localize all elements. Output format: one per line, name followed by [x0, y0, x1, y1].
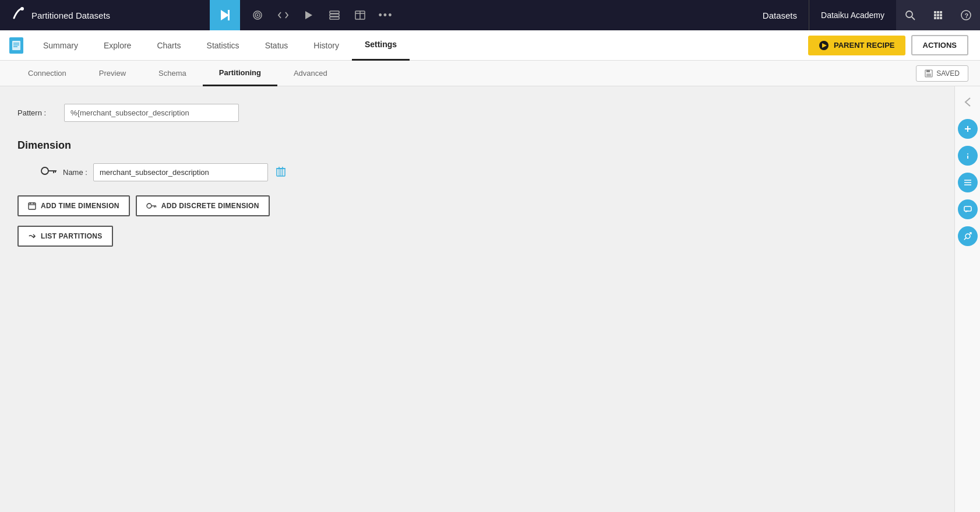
grid-icon-btn[interactable] [924, 0, 952, 30]
tab-explore[interactable]: Explore [91, 30, 144, 61]
settings-tab-schema[interactable]: Schema [142, 61, 203, 86]
delete-dimension-button[interactable] [274, 164, 288, 181]
pattern-row: Pattern : [17, 104, 937, 122]
top-nav: Partitioned Datasets [0, 0, 980, 30]
tab-statistics[interactable]: Statistics [194, 30, 252, 61]
add-discrete-dimension-button[interactable]: ADD DISCRETE DIMENSION [136, 195, 270, 216]
sidebar-info-button[interactable] [958, 146, 978, 166]
nav-icons: ••• [240, 3, 403, 27]
svg-marker-1 [221, 10, 229, 20]
search-icon-btn[interactable] [896, 0, 924, 30]
dimension-title: Dimension [17, 139, 937, 152]
nav-code-icon[interactable] [272, 3, 295, 27]
tab-settings[interactable]: Settings [352, 30, 410, 61]
dimension-section: Dimension Name : [17, 139, 937, 247]
svg-rect-18 [934, 14, 936, 16]
tab-status[interactable]: Status [252, 30, 301, 61]
dataiku-academy-label: Dataiku Academy [809, 0, 896, 30]
svg-point-5 [257, 15, 259, 16]
svg-text:?: ? [965, 12, 969, 19]
right-icons: ? [896, 0, 980, 30]
dimension-row: Name : [17, 163, 937, 181]
add-time-dimension-button[interactable]: ADD TIME DIMENSION [17, 195, 130, 216]
svg-rect-15 [934, 11, 936, 13]
svg-rect-59 [964, 206, 971, 211]
svg-rect-2 [228, 10, 230, 20]
svg-rect-16 [937, 11, 939, 13]
svg-rect-26 [12, 41, 20, 50]
svg-rect-44 [29, 203, 36, 209]
nav-more-icon[interactable]: ••• [374, 3, 397, 27]
svg-rect-7 [330, 11, 339, 13]
svg-point-0 [20, 7, 24, 10]
sidebar-chat-button[interactable] [958, 199, 978, 219]
svg-point-35 [41, 167, 48, 174]
settings-tab-preview[interactable]: Preview [83, 61, 142, 86]
datasets-label: Datasets [751, 10, 809, 20]
settings-tab-nav: Connection Preview Schema Partitioning A… [0, 61, 980, 86]
main-tab-nav: Summary Explore Charts Statistics Status… [0, 30, 980, 61]
pattern-label: Pattern : [17, 108, 58, 117]
sidebar-back-button[interactable] [958, 92, 978, 112]
dataset-icon [6, 30, 27, 61]
nav-play-icon[interactable] [297, 3, 320, 27]
sidebar-plus-button[interactable] [958, 119, 978, 139]
svg-marker-6 [305, 11, 312, 19]
parent-recipe-button[interactable]: PARENT RECIPE [808, 36, 905, 55]
dimension-name-input[interactable] [93, 163, 268, 181]
svg-point-54 [967, 153, 968, 155]
nav-target-icon[interactable] [246, 3, 269, 27]
name-label: Name : [63, 168, 87, 177]
main-content: Pattern : Dimension Name : [0, 86, 980, 512]
nav-deploy-icon[interactable] [323, 3, 346, 27]
svg-point-48 [147, 204, 151, 208]
app-title: Partitioned Datasets [31, 10, 110, 20]
svg-line-14 [912, 17, 915, 20]
logo-area: Partitioned Datasets [0, 5, 210, 25]
svg-rect-9 [330, 17, 339, 19]
help-icon-btn[interactable]: ? [952, 0, 980, 30]
actions-button[interactable]: ACTIONS [911, 35, 969, 55]
action-buttons: ADD TIME DIMENSION ADD DISCRETE DIMENSIO… [17, 195, 937, 216]
svg-rect-17 [940, 11, 942, 13]
dimension-key-icon [41, 165, 57, 180]
tab-summary[interactable]: Summary [30, 30, 91, 61]
svg-rect-21 [934, 17, 936, 19]
svg-rect-33 [926, 70, 930, 72]
right-sidebar [954, 86, 980, 512]
nav-table-icon[interactable] [348, 3, 372, 27]
tab-history[interactable]: History [301, 30, 352, 61]
svg-rect-20 [940, 14, 942, 16]
logo-icon [9, 5, 26, 25]
list-partitions-button[interactable]: LIST PARTITIONS [17, 226, 113, 247]
pattern-input[interactable] [64, 104, 239, 122]
settings-tab-connection[interactable]: Connection [12, 61, 83, 86]
svg-rect-34 [926, 73, 931, 76]
svg-point-60 [965, 234, 970, 239]
settings-tab-partitioning[interactable]: Partitioning [203, 61, 277, 86]
sidebar-link-button[interactable] [958, 226, 978, 246]
saved-button: SAVED [916, 65, 968, 82]
sidebar-list-button[interactable] [958, 173, 978, 192]
content-area: Pattern : Dimension Name : [0, 86, 954, 512]
settings-tab-advanced[interactable]: Advanced [277, 61, 344, 86]
svg-rect-22 [937, 17, 939, 19]
tab-charts[interactable]: Charts [144, 30, 193, 61]
nav-active-flow-btn[interactable] [210, 0, 240, 30]
svg-point-13 [906, 11, 912, 17]
svg-rect-23 [940, 17, 942, 19]
svg-rect-8 [330, 14, 339, 16]
svg-rect-19 [937, 14, 939, 16]
